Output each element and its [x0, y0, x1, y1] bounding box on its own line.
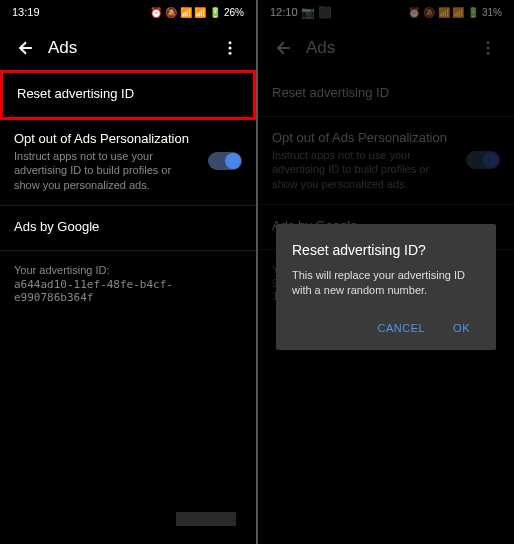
id-value: a644ad10-11ef-48fe-b4cf-e990786b364f [14, 278, 242, 304]
reset-dialog: Reset advertising ID? This will replace … [276, 224, 496, 351]
svg-point-1 [229, 47, 232, 50]
back-button[interactable] [8, 30, 44, 66]
toggle-thumb [225, 153, 241, 169]
footer-placeholder [176, 512, 236, 526]
reset-title: Reset advertising ID [17, 86, 239, 101]
more-button[interactable] [212, 30, 248, 66]
opt-out-item[interactable]: Opt out of Ads Personalization Instruct … [0, 118, 256, 206]
screen-right: 12:10 📷 ⬛ ⏰ 🔕 📶 📶 🔋 31% Ads Reset advert… [258, 0, 514, 544]
header: Ads [0, 24, 256, 72]
ads-by-google-item[interactable]: Ads by Google [0, 206, 256, 251]
dialog-actions: CANCEL OK [292, 314, 480, 342]
status-icons: ⏰ 🔕 📶 📶 🔋 26% [150, 7, 244, 18]
status-bar: 13:19 ⏰ 🔕 📶 📶 🔋 26% [0, 0, 256, 24]
svg-point-0 [229, 41, 232, 44]
page-title: Ads [48, 38, 212, 58]
screen-left: 13:19 ⏰ 🔕 📶 📶 🔋 26% Ads Reset advertisin… [0, 0, 256, 544]
optout-sub: Instruct apps not to use your advertisin… [14, 149, 198, 192]
dialog-title: Reset advertising ID? [292, 242, 480, 258]
id-label: Your advertising ID: [14, 264, 242, 276]
advertising-id-section: Your advertising ID: a644ad10-11ef-48fe-… [0, 251, 256, 317]
back-arrow-icon [16, 38, 36, 58]
status-time: 13:19 [12, 6, 40, 18]
optout-title: Opt out of Ads Personalization [14, 131, 198, 146]
cancel-button[interactable]: CANCEL [367, 314, 435, 342]
dialog-text: This will replace your advertising ID wi… [292, 268, 480, 299]
google-title: Ads by Google [14, 219, 242, 234]
dialog-overlay: Reset advertising ID? This will replace … [258, 0, 514, 544]
optout-toggle[interactable] [208, 152, 242, 170]
more-vert-icon [221, 39, 239, 57]
reset-advertising-id-item[interactable]: Reset advertising ID [0, 70, 256, 120]
svg-point-2 [229, 52, 232, 55]
ok-button[interactable]: OK [443, 314, 480, 342]
